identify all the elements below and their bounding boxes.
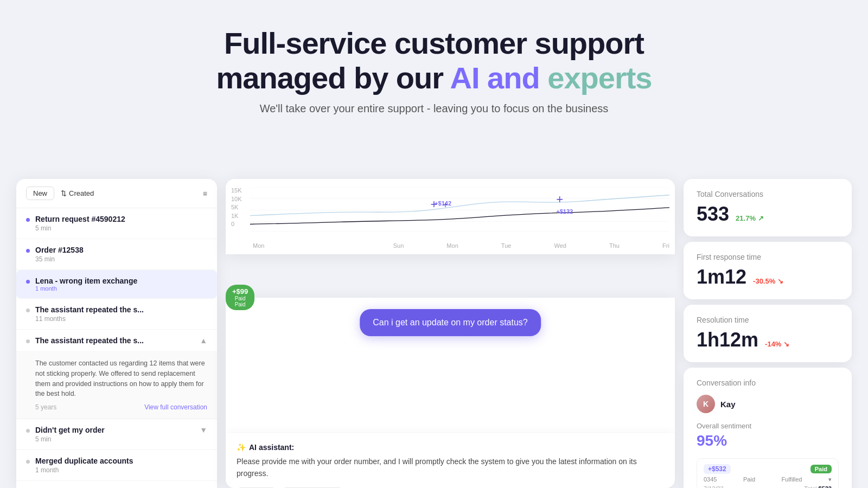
chart-x-labels: Mon Sun Mon Tue Wed Thu Fri <box>253 242 669 249</box>
order-mini-card: +$532 Paid 0345 Paid Fulfilled ▾ 7/12/23… <box>697 458 839 488</box>
sentiment-value: 95% <box>697 432 839 450</box>
list-item[interactable]: Return request #4590212 5 min <box>16 208 217 239</box>
conv-info-title: Conversation info <box>697 378 839 387</box>
stat-value: 533 <box>697 203 729 226</box>
list-item[interactable]: Didn't get my order 5 min ▼ <box>16 419 217 450</box>
agent-row: K Kay <box>697 395 839 413</box>
conversation-list: Return request #4590212 5 min Order #125… <box>16 208 217 488</box>
new-badge[interactable]: New <box>26 187 54 200</box>
stat-change: -30.5% ↘ <box>753 277 783 285</box>
hero-subtitle: We'll take over your entire support - le… <box>0 102 868 115</box>
agent-name: Kay <box>720 400 736 409</box>
ai-response-text: Please provide me with your order number… <box>237 456 664 479</box>
hero-title: Full-service customer support managed by… <box>0 26 868 96</box>
created-sort[interactable]: ⇅ Created <box>61 189 94 197</box>
chart-annotation-2: +$132 <box>556 208 573 215</box>
stat-value: 1h12m <box>697 329 758 351</box>
hero-section: Full-service customer support managed by… <box>0 0 868 126</box>
stats-panel: Total Conversations 533 21.7% ↗ First re… <box>684 179 852 488</box>
panel-header: New ⇅ Created ≡ <box>16 179 217 208</box>
read-dot <box>26 339 30 343</box>
list-item[interactable]: Merged duplicate accounts 1 month <box>16 450 217 481</box>
stat-change: -14% ↘ <box>765 340 789 348</box>
ai-card: ✨ AI assistant: Please provide me with y… <box>226 433 675 488</box>
expanded-conversation: The customer contacted us regarding 12 i… <box>16 352 217 419</box>
expanded-text: The customer contacted us regarding 12 i… <box>35 358 207 399</box>
chat-bubble: Can i get an update on my order status? <box>360 309 541 336</box>
unread-dot <box>26 280 30 284</box>
read-dot <box>26 309 30 312</box>
total-conversations-card: Total Conversations 533 21.7% ↗ <box>684 179 852 236</box>
middle-panel: +$99 Paid Paid 15K 10K 5K 1K 0 <box>226 179 675 488</box>
order-badge-amount: +$532 <box>704 464 731 474</box>
chart-svg-area: +$142 +$132 + + + <box>250 187 669 233</box>
resolution-time-card: Resolution time 1h12m -14% ↘ <box>684 305 852 362</box>
panels-container: New ⇅ Created ≡ Return request #4590212 … <box>0 179 868 488</box>
expand-icon[interactable]: ▼ <box>200 426 207 434</box>
order-badge: +$99 Paid Paid <box>226 285 254 310</box>
unread-dot <box>26 249 30 253</box>
filter-icon[interactable]: ≡ <box>203 189 207 198</box>
list-item[interactable]: The assistant repeated the s... 11 month… <box>16 299 217 330</box>
first-response-card: First response time 1m12 -30.5% ↘ <box>684 242 852 299</box>
unread-dot <box>26 218 30 222</box>
conversation-info-card: Conversation info K Kay Overall sentimen… <box>684 368 852 488</box>
avatar: K <box>697 395 715 413</box>
conversations-panel: New ⇅ Created ≡ Return request #4590212 … <box>16 179 217 488</box>
sentiment-label: Overall sentiment <box>697 422 839 430</box>
plus-marker-1: + <box>430 197 437 211</box>
ai-sparkle-icon: ✨ <box>237 443 246 452</box>
plus-marker-2: + <box>443 200 448 210</box>
list-item-active[interactable]: Lena - wrong item exchange 1 month <box>16 270 217 299</box>
expand-icon[interactable]: ▲ <box>200 336 207 345</box>
list-item[interactable]: Order #12538 35 min <box>16 239 217 270</box>
stat-label: Total Conversations <box>697 190 839 198</box>
stat-label: Resolution time <box>697 316 839 324</box>
view-full-link[interactable]: View full conversation <box>144 403 207 411</box>
read-dot <box>26 460 30 464</box>
read-dot <box>26 429 30 433</box>
line-chart: 15K 10K 5K 1K 0 <box>226 179 675 254</box>
paid-badge: Paid <box>810 465 832 473</box>
stat-label: First response time <box>697 253 839 261</box>
list-item-expandable[interactable]: The assistant repeated the s... ▲ <box>16 330 217 352</box>
stat-change: 21.7% ↗ <box>736 214 763 222</box>
stat-value: 1m12 <box>697 266 746 288</box>
plus-marker-3: + <box>556 192 563 207</box>
chart-y-labels: 15K 10K 5K 1K 0 <box>231 187 242 227</box>
